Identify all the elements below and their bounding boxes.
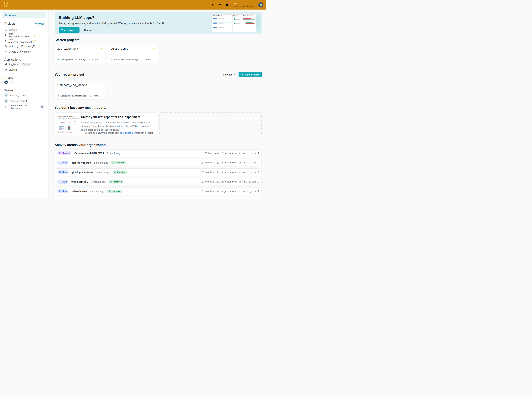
starred-projects-heading: Starred projects <box>55 38 262 42</box>
new-project-label: New project <box>245 73 259 76</box>
sidebar-project-zoo-experiment[interactable]: smle-reg.../zoo_experiment ★ <box>2 38 46 43</box>
projects-search <box>4 28 44 31</box>
sidebar-project-registry-demo[interactable]: smle-reg.../registry_demo ★ <box>2 32 46 38</box>
status-label: Finished <box>115 161 124 164</box>
sidebar-item-registry[interactable]: Registry Preview <box>2 62 46 67</box>
folder-icon <box>222 152 224 154</box>
activity-user: noahluna <box>205 161 214 164</box>
cta-link-suffix: look in a report <box>137 132 153 134</box>
team-label: smle-reg-team-1 <box>10 94 27 97</box>
starred-cards-row: zoo_experiment ★ Last updated 2 months a… <box>55 45 262 63</box>
weave-screenshot: Evaluate Traces Trace tree <box>212 14 259 32</box>
activity-row-run-fallen-dawn-6[interactable]: Run fallen-dawn-6 2 months ago Finished … <box>55 187 262 195</box>
try-it-now-label: Try it now <box>62 29 73 31</box>
clock-icon <box>57 58 60 61</box>
activity-title: glowing-shadow-8 <box>71 171 93 174</box>
mini-line-chart <box>58 120 67 125</box>
sidebar-item-home[interactable]: Home <box>2 12 46 18</box>
star-icon[interactable]: ★ <box>34 39 36 42</box>
avatar[interactable]: N <box>258 2 263 7</box>
project-card-zoo-experiment[interactable]: zoo_experiment ★ Last updated 2 months a… <box>55 45 105 63</box>
sidebar-item-profile-nico[interactable]: N nico <box>2 80 46 85</box>
recent-view-all-link[interactable]: View all <box>223 73 235 76</box>
users-icon <box>239 161 241 164</box>
user-circle-icon <box>202 171 204 174</box>
finished-status-badge: Finished <box>112 171 128 174</box>
activity-project: playground <box>225 152 236 154</box>
star-icon[interactable]: ★ <box>153 47 155 50</box>
project-card-compare-zoo-models[interactable]: Compare_Zoo_Models Last updated 2 months… <box>55 81 105 99</box>
sidebar-team-1[interactable]: smle-reg-team-1 <box>2 92 46 98</box>
report-preview-add-description: Add description... <box>58 131 77 133</box>
activity-meta: noahluna zoo_experiment smle-reg-team-2 <box>202 171 259 174</box>
projects-view-all-link[interactable]: View all <box>35 22 44 25</box>
runs-count-label: 0 runs <box>92 58 98 61</box>
activity-row-run-wild-cosmos-7[interactable]: Run wild-cosmos-7 2 months ago Finished … <box>55 178 262 186</box>
runs-icon <box>89 95 91 97</box>
sidebar-project-compare-zoo[interactable]: smle-reg-.../Compare_Zo... <box>2 43 46 49</box>
activity-user: hans-ramsl <box>208 152 219 154</box>
notifications-bell-icon[interactable] <box>218 3 222 6</box>
users-icon <box>239 190 241 192</box>
activity-list: Report Genomics with DNABERT 2 months ag… <box>55 149 262 198</box>
profile-heading: Profile <box>4 76 13 80</box>
lock-icon <box>4 45 7 48</box>
activity-time: 2 months ago <box>90 190 104 193</box>
create-new-project-button[interactable]: Create a new project <box>2 49 46 54</box>
badge-label: Run <box>62 161 67 164</box>
weave-promo-banner: Building LLM apps? Track, debug, evaluat… <box>55 12 262 34</box>
folder-icon <box>217 180 219 183</box>
search-icon <box>4 28 7 31</box>
activity-row-run-colorful-yogurt-9[interactable]: Run colorful-yogurt-9 2 months ago Finis… <box>55 159 262 166</box>
new-project-button[interactable]: New project <box>239 72 262 77</box>
activity-row-run-glowing-shadow-8[interactable]: Run glowing-shadow-8 2 months ago Finish… <box>55 168 262 176</box>
user-circle-icon <box>205 152 207 154</box>
check-circle-icon <box>108 190 111 192</box>
activity-row-report-genomics[interactable]: Report Genomics with DNABERT 2 months ag… <box>55 149 262 157</box>
wandb-logo-icon[interactable] <box>3 1 10 9</box>
activity-team: smle-reg-team-1 <box>242 152 259 154</box>
notification-dot <box>228 2 230 4</box>
teams-heading: Teams <box>4 89 13 92</box>
check-circle-icon <box>112 162 114 164</box>
star-icon[interactable]: ★ <box>34 34 36 37</box>
org-name: smle-registries-bug-b... <box>233 5 254 8</box>
create-report-card[interactable]: This week's findings smle-reg-team-2/zoo… <box>55 112 157 135</box>
cta-link-project[interactable]: zoo_experiment <box>120 132 136 134</box>
activity-row-run-exalted-surf-5[interactable]: Run exalted-surf-5 2 months ago Finished… <box>55 197 262 198</box>
sidebar-item-launch[interactable]: Launch <box>2 67 46 72</box>
dismiss-button[interactable]: Dismiss <box>84 29 93 31</box>
weave-code-title: Evaluation.evaluate <box>243 15 255 16</box>
runs-icon <box>89 58 91 61</box>
activity-team: smle-reg-team-2 <box>242 161 259 164</box>
activity-user: noahluna <box>205 180 214 183</box>
project-card-registry-demo[interactable]: registry_demo ★ Last updated 4 months ag… <box>107 45 158 63</box>
activity-user: noahluna <box>205 190 214 192</box>
sidebar-team-2[interactable]: smle-reg-team-2 <box>2 98 46 104</box>
activity-user: noahluna <box>205 171 214 174</box>
projects-search-input[interactable] <box>9 28 38 31</box>
plus-icon <box>241 73 244 76</box>
user-circle-icon <box>202 180 204 183</box>
mini-line-chart <box>67 120 76 125</box>
user-menu[interactable]: Nico smle-registries-bug-b... <box>233 2 254 8</box>
users-icon <box>239 152 241 154</box>
arrow-left-icon <box>81 132 83 134</box>
badge-label: Run <box>62 190 67 192</box>
report-cta-body: Reports are your brain dumps, eureka mom… <box>81 121 154 132</box>
star-icon[interactable]: ★ <box>100 47 103 50</box>
check-circle-icon <box>114 171 116 173</box>
user-circle-icon <box>202 190 204 192</box>
plus-icon <box>4 105 7 108</box>
weave-trace-tree-panel: Trace tree <box>233 15 242 32</box>
finished-status-badge: Finished <box>111 161 126 164</box>
arrow-right-icon <box>74 29 77 31</box>
help-icon[interactable] <box>226 3 229 6</box>
try-it-now-button[interactable]: Try it now <box>59 27 80 33</box>
project-label: smle-reg.../registry_demo <box>9 32 32 38</box>
search-icon[interactable] <box>211 3 214 6</box>
create-team-button[interactable]: Create a team to collaborate <box>2 104 46 110</box>
sidebar: Home Projects View all smle-reg.../regis… <box>0 10 49 198</box>
create-project-label: Create a new project <box>9 50 31 53</box>
report-cta-link[interactable]: Click to see how your charts from zoo_ex… <box>81 132 154 135</box>
